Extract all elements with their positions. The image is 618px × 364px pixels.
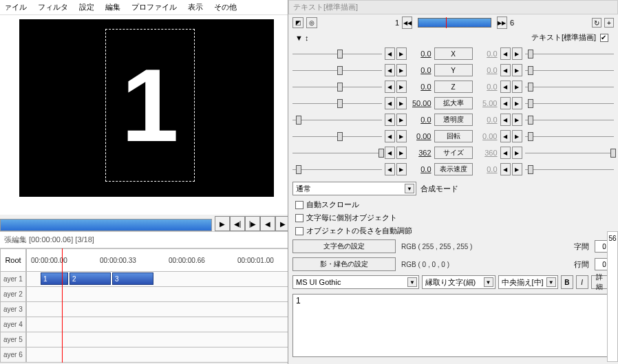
menu-view[interactable]: 表示 — [188, 2, 203, 12]
value-right[interactable]: 0.0 — [474, 66, 499, 74]
target-icon[interactable]: ◎ — [306, 17, 317, 28]
slider-right[interactable] — [524, 47, 616, 60]
dec-left-button[interactable]: ◀ — [385, 130, 395, 142]
menu-edit[interactable]: 編集 — [105, 2, 120, 12]
value-right[interactable]: 0.0 — [474, 165, 499, 173]
value-left[interactable]: 0.00 — [408, 132, 433, 140]
menu-file[interactable]: ァイル — [4, 2, 27, 12]
text-input[interactable]: 1 — [292, 294, 614, 357]
clip-1[interactable]: 1 — [41, 272, 68, 285]
dec-right-button[interactable]: ◀ — [500, 130, 511, 142]
shadow-color-button[interactable]: 影・縁色の設定 — [292, 257, 396, 271]
slider-right[interactable] — [524, 81, 616, 93]
inc-right-button[interactable]: ▶ — [512, 64, 522, 76]
prop-label[interactable]: Z — [434, 81, 473, 93]
align-select[interactable]: 中央揃え[中]▼ — [498, 275, 558, 289]
value-right[interactable]: 0.0 — [474, 83, 499, 91]
layer-label-4[interactable]: ayer 4 — [0, 317, 26, 332]
prop-label[interactable]: 透明度 — [434, 114, 473, 126]
menu-settings[interactable]: 設定 — [79, 2, 94, 12]
root-label[interactable]: Root — [0, 248, 26, 272]
text-color-button[interactable]: 文字色の設定 — [292, 239, 396, 253]
value-left[interactable]: 0.0 — [408, 116, 433, 124]
camera-icon[interactable]: ◩ — [292, 17, 303, 28]
inc-right-button[interactable]: ▶ — [512, 81, 522, 93]
layer-label-2[interactable]: ayer 2 — [0, 287, 26, 302]
prop-label[interactable]: サイズ — [434, 147, 473, 159]
menu-filter[interactable]: フィルタ — [38, 2, 68, 12]
dec-left-button[interactable]: ◀ — [385, 81, 395, 93]
step-back-button[interactable]: ◀| — [230, 216, 245, 231]
inc-right-button[interactable]: ▶ — [512, 147, 522, 159]
italic-button[interactable]: I — [576, 275, 588, 289]
slider-left[interactable] — [291, 97, 383, 109]
value-left[interactable]: 0.0 — [408, 66, 433, 74]
frame-first-button[interactable]: ◀◀ — [402, 17, 412, 29]
slider-right[interactable] — [524, 130, 616, 142]
menu-profile[interactable]: プロファイル — [131, 2, 177, 12]
anim-checkbox[interactable] — [600, 34, 608, 42]
slider-left[interactable] — [291, 81, 383, 93]
dec-right-button[interactable]: ◀ — [500, 147, 511, 159]
slider-left[interactable] — [291, 130, 383, 142]
inc-left-button[interactable]: ▶ — [396, 163, 407, 175]
font-select[interactable]: MS UI Gothic▼ — [292, 275, 419, 289]
playhead[interactable] — [62, 248, 63, 363]
clip-2[interactable]: 2 — [70, 272, 111, 285]
value-right[interactable]: 0.0 — [474, 116, 499, 124]
inc-right-button[interactable]: ▶ — [512, 163, 522, 175]
slider-left[interactable] — [291, 147, 383, 159]
slider-left[interactable] — [291, 163, 383, 175]
inc-right-button[interactable]: ▶ — [512, 114, 522, 126]
inc-left-button[interactable]: ▶ — [396, 97, 407, 109]
inc-left-button[interactable]: ▶ — [396, 114, 407, 126]
value-left[interactable]: 362 — [408, 149, 433, 157]
dec-right-button[interactable]: ◀ — [500, 64, 511, 76]
prev-button[interactable]: ◀ — [260, 216, 275, 231]
inc-left-button[interactable]: ▶ — [396, 81, 407, 93]
bold-button[interactable]: B — [561, 275, 573, 289]
inc-right-button[interactable]: ▶ — [512, 97, 522, 109]
inc-left-button[interactable]: ▶ — [396, 64, 407, 76]
per-char-checkbox[interactable] — [295, 214, 303, 222]
value-left[interactable]: 0.0 — [408, 50, 433, 58]
dec-left-button[interactable]: ◀ — [385, 163, 395, 175]
clip-3[interactable]: 3 — [112, 272, 153, 285]
prop-label[interactable]: 拡大率 — [434, 97, 473, 109]
slider-left[interactable] — [291, 114, 383, 126]
auto-scroll-checkbox[interactable] — [295, 201, 303, 209]
slider-right[interactable] — [524, 97, 616, 109]
value-left[interactable]: 0.0 — [408, 165, 433, 173]
prop-label[interactable]: X — [434, 47, 473, 60]
inc-left-button[interactable]: ▶ — [396, 47, 407, 60]
play-button[interactable]: ▶ — [215, 216, 230, 231]
slider-right[interactable] — [524, 114, 616, 126]
prop-label[interactable]: 回転 — [434, 130, 473, 142]
dec-left-button[interactable]: ◀ — [385, 147, 395, 159]
prop-label[interactable]: Y — [434, 64, 473, 76]
slider-left[interactable] — [291, 64, 383, 76]
value-left[interactable]: 0.0 — [408, 83, 433, 91]
menu-other[interactable]: その他 — [214, 2, 237, 12]
step-fwd-button[interactable]: |▶ — [245, 216, 260, 231]
dec-left-button[interactable]: ◀ — [385, 114, 395, 126]
dec-right-button[interactable]: ◀ — [500, 163, 511, 175]
dec-left-button[interactable]: ◀ — [385, 47, 395, 60]
layer-label-5[interactable]: ayer 5 — [0, 332, 26, 347]
slider-right[interactable] — [524, 64, 616, 76]
add-icon[interactable]: + — [604, 18, 614, 28]
prop-label[interactable]: 表示速度 — [434, 163, 473, 175]
slider-right[interactable] — [524, 147, 616, 159]
outline-select[interactable]: 縁取り文字(細)▼ — [422, 275, 496, 289]
slider-left[interactable] — [291, 47, 383, 60]
inc-right-button[interactable]: ▶ — [512, 130, 522, 142]
value-left[interactable]: 50.00 — [408, 99, 433, 107]
blend-mode-select[interactable]: 通常▼ — [292, 182, 416, 195]
value-right[interactable]: 360 — [474, 149, 499, 157]
auto-length-checkbox[interactable] — [295, 227, 303, 235]
frame-slider[interactable] — [418, 18, 491, 28]
inc-left-button[interactable]: ▶ — [396, 130, 407, 142]
layer-label-1[interactable]: ayer 1 — [0, 272, 26, 287]
slider-right[interactable] — [524, 163, 616, 175]
reload-icon[interactable]: ↻ — [592, 18, 601, 28]
